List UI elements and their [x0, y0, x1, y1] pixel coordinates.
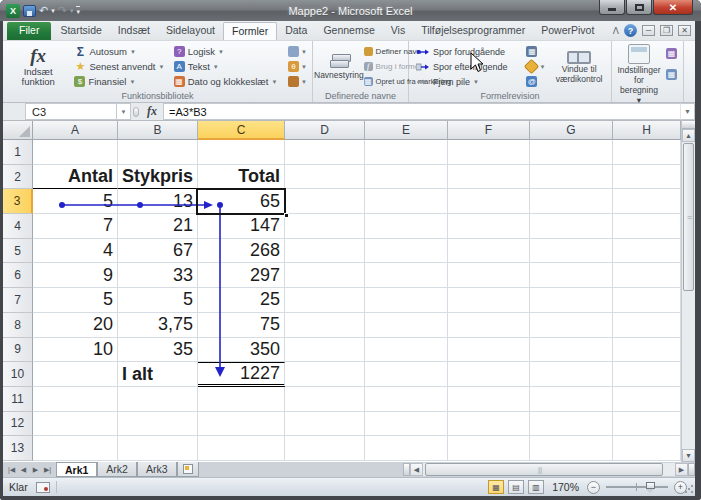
cell-H1[interactable]	[613, 140, 681, 165]
cell-D6[interactable]	[285, 263, 365, 288]
cell-A8[interactable]: 20	[33, 313, 118, 338]
cell-G13[interactable]	[530, 436, 613, 461]
cell-H10[interactable]	[613, 362, 681, 387]
cell-E13[interactable]	[365, 436, 448, 461]
cell-D13[interactable]	[285, 436, 365, 461]
cell-E11[interactable]	[365, 387, 448, 412]
column-header-H[interactable]: H	[613, 121, 681, 140]
scroll-right-icon[interactable]: ▶	[675, 463, 688, 476]
autosum-button[interactable]: ΣAutosum▼	[72, 44, 167, 59]
cell-E4[interactable]	[365, 214, 448, 239]
resize-grip[interactable]	[684, 484, 694, 494]
calculation-options-button[interactable]: Indstillinger for beregning ▾	[615, 43, 663, 106]
cell-F10[interactable]	[448, 362, 530, 387]
view-normal-button[interactable]: ▦	[488, 480, 504, 494]
selected-cell-C3[interactable]	[196, 188, 286, 215]
cell-F2[interactable]	[448, 165, 530, 190]
cell-C7[interactable]: 25	[198, 288, 285, 313]
cell-E12[interactable]	[365, 412, 448, 437]
cell-H9[interactable]	[613, 338, 681, 363]
cell-C12[interactable]	[198, 412, 285, 437]
row-header-7[interactable]: 7	[3, 288, 33, 313]
insert-function-fx-icon[interactable]: fx	[141, 103, 163, 120]
text-button[interactable]: ATekst▼	[172, 59, 283, 74]
watch-window-button[interactable]: Vindue til værdikontrol	[549, 43, 609, 90]
cell-C10[interactable]: 1227	[198, 362, 285, 387]
cell-B5[interactable]: 67	[118, 239, 198, 264]
tab-gennemse[interactable]: Gennemse	[315, 22, 382, 40]
cell-B4[interactable]: 21	[118, 214, 198, 239]
cell-B11[interactable]	[118, 387, 198, 412]
cell-D11[interactable]	[285, 387, 365, 412]
tab-tilfoejelsesprogrammer[interactable]: Tilføjelsesprogrammer	[413, 22, 533, 40]
column-header-A[interactable]: A	[33, 121, 118, 140]
cell-B9[interactable]: 35	[118, 338, 198, 363]
cell-C1[interactable]	[198, 140, 285, 165]
h-split-handle-right[interactable]	[688, 463, 695, 476]
view-page-break-button[interactable]: ▥	[528, 480, 544, 494]
tab-vis[interactable]: Vis	[383, 22, 413, 40]
cell-G2[interactable]	[530, 165, 613, 190]
cell-D9[interactable]	[285, 338, 365, 363]
column-header-E[interactable]: E	[365, 121, 448, 140]
cell-A2[interactable]: Antal	[33, 165, 118, 190]
cell-F11[interactable]	[448, 387, 530, 412]
scroll-left-icon[interactable]: ◀	[410, 463, 423, 476]
tab-powerpivot[interactable]: PowerPivot	[533, 22, 602, 40]
cell-A12[interactable]	[33, 412, 118, 437]
tab-indsaet[interactable]: Indsæt	[110, 22, 158, 40]
cell-G9[interactable]	[530, 338, 613, 363]
cell-B7[interactable]: 5	[118, 288, 198, 313]
recently-used-button[interactable]: ★Senest anvendt▼	[72, 59, 167, 74]
cell-B2[interactable]: Stykpris	[118, 165, 198, 190]
maximize-button[interactable]	[626, 0, 652, 15]
fill-handle[interactable]	[284, 213, 289, 218]
financial-button[interactable]: $Finansiel▼	[72, 74, 167, 89]
vertical-scrollbar[interactable]: ▲ ▼	[681, 121, 695, 462]
cell-H8[interactable]	[613, 313, 681, 338]
row-header-12[interactable]: 12	[3, 412, 33, 437]
name-manager-button[interactable]: Navnestyring	[314, 43, 364, 90]
zoom-out-button[interactable]: −	[587, 481, 600, 494]
cell-E1[interactable]	[365, 140, 448, 165]
cell-H13[interactable]	[613, 436, 681, 461]
h-scroll-thumb[interactable]	[425, 463, 663, 476]
cell-F3[interactable]	[448, 189, 530, 214]
cell-D12[interactable]	[285, 412, 365, 437]
remove-arrows-button[interactable]: Fjern pile▼	[414, 74, 521, 89]
column-header-G[interactable]: G	[530, 121, 613, 140]
cell-H12[interactable]	[613, 412, 681, 437]
zoom-slider[interactable]	[606, 486, 668, 488]
cell-G8[interactable]	[530, 313, 613, 338]
cell-F6[interactable]	[448, 263, 530, 288]
cell-C5[interactable]: 268	[198, 239, 285, 264]
cell-D5[interactable]	[285, 239, 365, 264]
minimize-button[interactable]	[599, 0, 625, 15]
show-formulas-button[interactable]: ▦	[525, 44, 547, 59]
row-header-6[interactable]: 6	[3, 263, 33, 288]
view-page-layout-button[interactable]: ▤	[508, 480, 524, 494]
record-macro-icon[interactable]	[36, 482, 50, 493]
cell-C6[interactable]: 297	[198, 263, 285, 288]
sheet-tab-ark1[interactable]: Ark1	[56, 462, 97, 477]
workbook-close-icon[interactable]: ✕	[678, 25, 691, 36]
cell-B3[interactable]: 13	[118, 189, 198, 214]
cell-B10[interactable]: I alt	[118, 362, 198, 387]
cell-C9[interactable]: 350	[198, 338, 285, 363]
calculate-sheet-button[interactable]: ▦	[665, 67, 679, 82]
logical-button[interactable]: ?Logisk▼	[172, 44, 283, 59]
cell-G3[interactable]	[530, 189, 613, 214]
cell-G12[interactable]	[530, 412, 613, 437]
help-icon[interactable]: ?	[624, 24, 637, 37]
collapse-ribbon-icon[interactable]: ᐱ	[613, 26, 619, 36]
cell-D8[interactable]	[285, 313, 365, 338]
sheet-tab-ark2[interactable]: Ark2	[97, 462, 137, 477]
evaluate-formula-button[interactable]: @	[525, 74, 547, 89]
tab-formler[interactable]: Formler	[223, 22, 277, 40]
tab-sidelayout[interactable]: Sidelayout	[158, 22, 223, 40]
close-button[interactable]: ✕	[653, 0, 693, 15]
cell-G1[interactable]	[530, 140, 613, 165]
cell-A10[interactable]	[33, 362, 118, 387]
cell-H4[interactable]	[613, 214, 681, 239]
row-header-13[interactable]: 13	[3, 436, 33, 461]
